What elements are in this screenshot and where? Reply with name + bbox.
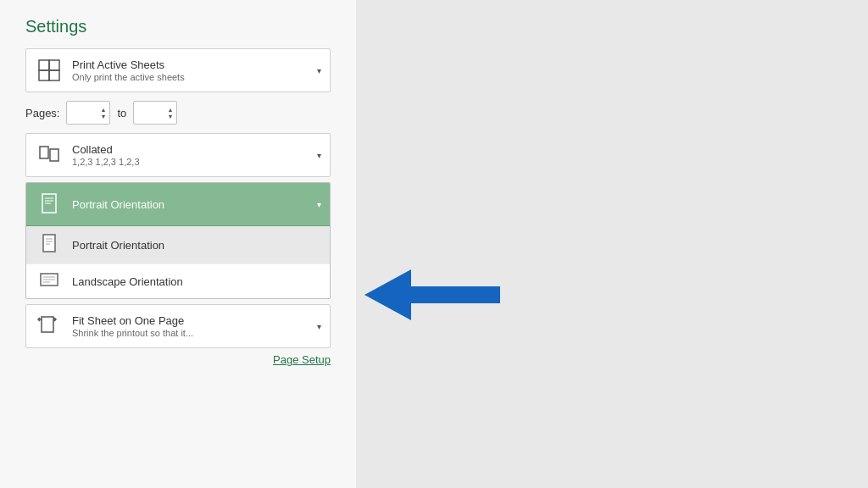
orientation-header-text: Portrait Orientation	[72, 198, 310, 211]
collated-icon	[35, 141, 64, 169]
collated-text: Collated 1,2,3 1,2,3 1,2,3	[72, 143, 310, 167]
pages-to-label: to	[117, 107, 126, 119]
orientation-arrow-icon: ▾	[317, 200, 321, 209]
svg-rect-1	[49, 60, 59, 70]
fit-sheet-arrow-icon: ▾	[317, 322, 321, 331]
portrait-orientation-option[interactable]: Portrait Orientation	[26, 226, 330, 264]
svg-rect-5	[50, 149, 58, 161]
pages-from-spinners: ▲ ▼	[101, 107, 107, 119]
landscape-label: Landscape Orientation	[72, 275, 183, 288]
orientation-header-icon	[35, 190, 64, 219]
collated-dropdown[interactable]: Collated 1,2,3 1,2,3 1,2,3 ▾	[25, 133, 331, 177]
settings-title: Settings	[25, 17, 331, 36]
pages-to-input[interactable]: ▲ ▼	[133, 101, 177, 125]
print-sheets-arrow-icon: ▾	[317, 66, 321, 75]
svg-rect-4	[40, 147, 48, 158]
landscape-orientation-option[interactable]: Landscape Orientation	[26, 264, 330, 298]
settings-panel: Settings Print Active Sheets Only print …	[0, 0, 356, 488]
pages-to-down-icon[interactable]: ▼	[167, 114, 173, 119]
portrait-label: Portrait Orientation	[72, 239, 164, 252]
print-sheets-icon	[35, 56, 64, 85]
fit-sheet-dropdown[interactable]: Fit Sheet on One Page Shrink the printou…	[25, 304, 331, 348]
svg-marker-21	[364, 269, 500, 320]
pages-label: Pages:	[25, 107, 59, 119]
svg-rect-2	[39, 70, 49, 80]
landscape-icon	[38, 272, 64, 291]
svg-rect-10	[43, 235, 55, 252]
pages-from-down-icon[interactable]: ▼	[101, 114, 107, 119]
collated-arrow-icon: ▾	[317, 151, 321, 160]
pages-to-up-icon[interactable]: ▲	[167, 107, 173, 113]
page-setup-link[interactable]: Page Setup	[25, 353, 331, 366]
blue-arrow-icon	[364, 261, 500, 331]
pages-from-up-icon[interactable]: ▲	[101, 107, 107, 113]
print-active-sheets-dropdown[interactable]: Print Active Sheets Only print the activ…	[25, 48, 331, 92]
svg-rect-0	[39, 60, 49, 70]
orientation-dropdown-header[interactable]: Portrait Orientation ▾	[26, 183, 330, 226]
svg-rect-3	[49, 70, 59, 80]
portrait-icon	[38, 234, 64, 256]
svg-rect-18	[42, 317, 53, 332]
pages-to-spinners: ▲ ▼	[167, 107, 173, 119]
fit-sheet-icon	[35, 312, 64, 341]
print-active-sheets-text: Print Active Sheets Only print the activ…	[72, 58, 310, 82]
orientation-dropdown-container: Portrait Orientation ▾ Portrait Orientat…	[25, 182, 331, 299]
fit-sheet-text: Fit Sheet on One Page Shrink the printou…	[72, 314, 310, 338]
right-panel	[356, 0, 868, 488]
pages-row: Pages: ▲ ▼ to ▲ ▼	[25, 97, 331, 128]
pages-from-input[interactable]: ▲ ▼	[66, 101, 110, 125]
